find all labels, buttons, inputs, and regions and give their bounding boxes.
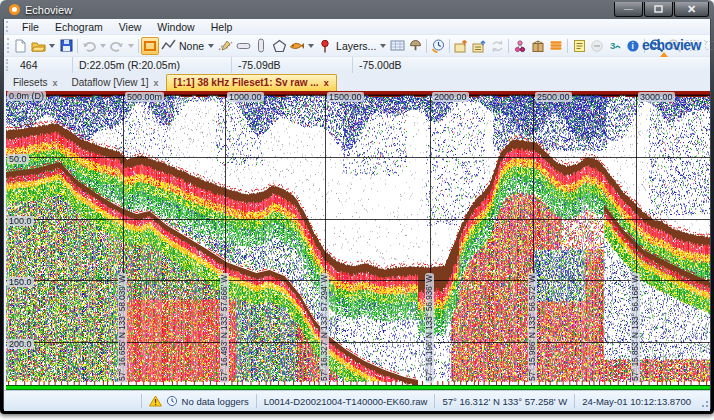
- depth-axis-label: 50.0: [7, 154, 29, 164]
- dropdown-arrow-icon[interactable]: [208, 44, 214, 48]
- distance-axis-label: 2000.00: [432, 92, 469, 102]
- package-icon[interactable]: [529, 37, 547, 55]
- variable-wave-icon[interactable]: 3: [606, 37, 624, 55]
- tab-close-icon[interactable]: x: [52, 78, 57, 88]
- line-tool-label[interactable]: None: [177, 40, 206, 52]
- readout-bar: 464 D:22.05m (R:20.05m) -75.09dB -75.00d…: [4, 56, 710, 73]
- clock-icon: [166, 395, 178, 407]
- line-tool-icon[interactable]: [159, 37, 177, 55]
- about-info-icon[interactable]: i: [624, 37, 642, 55]
- gps-position-label: 57° 16.655' N 133° 58.039' W: [118, 273, 127, 383]
- layers-stack-icon[interactable]: [547, 37, 565, 55]
- toolbar-grip[interactable]: [6, 59, 12, 70]
- gps-position-label: 57° 16.327' N 133° 57.294' W: [320, 273, 329, 383]
- gps-position-label: 57° 15.853' N 133° 56.168' W: [631, 273, 640, 383]
- marker-icon[interactable]: [406, 37, 424, 55]
- zoom-reset-icon: [701, 37, 714, 55]
- svg-text:3: 3: [610, 40, 615, 51]
- menu-file[interactable]: File: [14, 20, 47, 34]
- synchronize-icon: [488, 37, 506, 55]
- menu-view[interactable]: View: [111, 20, 150, 34]
- status-position: 57° 16.312' N 133° 57.258' W: [434, 394, 574, 408]
- data-logger-status: No data loggers: [182, 396, 249, 407]
- analysis-beads-icon[interactable]: [511, 37, 529, 55]
- layers-label[interactable]: Layers...: [334, 40, 378, 52]
- toolbar-grip[interactable]: [7, 38, 9, 53]
- distance-axis-label: 2500.00: [535, 92, 572, 102]
- toolbar-grip[interactable]: [6, 21, 12, 32]
- export-image-icon[interactable]: [452, 37, 470, 55]
- gps-position-label: 57° 16.493' N 133° 57.666' W: [220, 273, 229, 383]
- echogram-canvas[interactable]: [6, 91, 710, 390]
- dropdown-arrow-icon: [100, 44, 106, 48]
- maximize-button[interactable]: [644, 2, 673, 17]
- ping-number-readout: 464: [14, 57, 73, 73]
- history-clock-icon[interactable]: [429, 37, 447, 55]
- depth-readout: D:22.05m (R:20.05m): [73, 57, 232, 73]
- distance-axis-label: 1500.00: [327, 92, 364, 102]
- depth-axis-label: 150.0: [7, 277, 34, 287]
- region-polygon-tool-icon[interactable]: [270, 37, 288, 55]
- notes-icon[interactable]: [570, 37, 588, 55]
- menu-echogram[interactable]: Echogram: [47, 20, 111, 34]
- distance-axis-label: 1000.00: [227, 92, 264, 102]
- depth-axis-label: 0.0m (D): [7, 91, 46, 101]
- dropdown-arrow-icon[interactable]: [380, 44, 386, 48]
- warning-icon: [149, 395, 162, 407]
- gps-position-label: 57° 15.986' N 133° 56.572' W: [528, 273, 537, 383]
- tab-bar: Filesetsx Dataflow [View 1]x [1:1] 38 kH…: [4, 73, 710, 91]
- resize-grip[interactable]: [698, 391, 710, 411]
- distance-axis-label: 500.00m: [125, 92, 164, 102]
- region-vertical-tool-icon[interactable]: [252, 37, 270, 55]
- echoview-window: Echoview — ✕ File Echogram View Window H…: [0, 0, 714, 414]
- menu-window[interactable]: Window: [149, 20, 202, 34]
- region-horizontal-tool-icon[interactable]: [234, 37, 252, 55]
- rectangle-select-tool-icon[interactable]: [141, 37, 159, 55]
- status-datetime: 24-May-01 10:12:13.8700: [574, 394, 698, 408]
- tab-close-icon[interactable]: x: [324, 78, 329, 88]
- menu-help[interactable]: Help: [203, 20, 241, 34]
- remove-icon: [588, 37, 606, 55]
- integration-grid-icon[interactable]: [388, 37, 406, 55]
- layers-icon[interactable]: [316, 37, 334, 55]
- brand-triangle-icon: [660, 52, 668, 57]
- export-data-icon[interactable]: [470, 37, 488, 55]
- dropdown-arrow-icon[interactable]: [49, 44, 55, 48]
- depth-axis-label: 100.0: [7, 216, 34, 226]
- draw-line-tool-icon[interactable]: [216, 37, 234, 55]
- gps-position-label: 57° 16.196' N 133° 56.936' W: [425, 273, 434, 383]
- window-title: Echoview: [25, 4, 72, 16]
- minimize-button[interactable]: —: [614, 2, 643, 17]
- save-icon[interactable]: [57, 37, 75, 55]
- main-toolbar: None Layers... 3: [4, 35, 710, 56]
- redo-icon: [108, 37, 126, 55]
- color-value-readout: -75.00dB: [353, 57, 473, 73]
- tab-filesets[interactable]: Filesetsx: [6, 75, 64, 91]
- school-detection-tool-icon[interactable]: [288, 37, 306, 55]
- echoview-wordmark: echoview: [642, 39, 701, 57]
- tab-echogram-sv-raw[interactable]: [1:1] 38 kHz Fileset1: Sv raw ...x: [166, 74, 337, 91]
- title-bar[interactable]: Echoview — ✕: [3, 0, 711, 19]
- new-document-icon[interactable]: [11, 37, 29, 55]
- echoview-logo-icon: [9, 4, 20, 15]
- status-bar: No data loggers L0014-D20021004-T140000-…: [4, 390, 710, 411]
- close-button[interactable]: ✕: [674, 2, 709, 17]
- echogram-view[interactable]: 0.0m (D)50.0100.0150.0200.0500.00m1000.0…: [6, 91, 710, 390]
- status-filename: L0014-D20021004-T140000-EK60.raw: [256, 394, 435, 408]
- distance-axis-label: 3000.00: [638, 92, 675, 102]
- svg-text:i: i: [632, 41, 634, 51]
- dropdown-arrow-icon[interactable]: [308, 44, 314, 48]
- depth-axis-label: 200.0: [7, 339, 34, 349]
- sv-value-readout: -75.09dB: [232, 57, 353, 73]
- menu-bar: File Echogram View Window Help: [4, 19, 710, 35]
- dropdown-arrow-icon: [128, 44, 134, 48]
- open-file-icon[interactable]: [29, 37, 47, 55]
- tab-close-icon[interactable]: x: [154, 78, 159, 88]
- tab-dataflow[interactable]: Dataflow [View 1]x: [64, 75, 165, 91]
- undo-icon: [80, 37, 98, 55]
